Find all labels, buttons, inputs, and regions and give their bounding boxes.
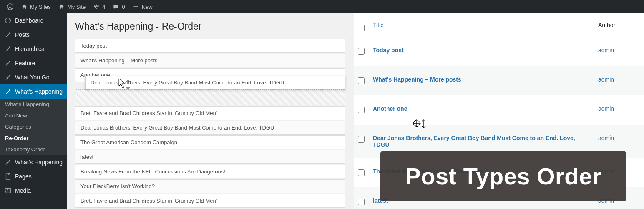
list-item-title: latest (80, 154, 93, 160)
sortable-list[interactable]: Today post What's Happening – More posts… (75, 39, 345, 208)
post-author-link[interactable]: admin (598, 135, 614, 141)
sidebar-item-label: Categories (5, 124, 31, 130)
post-title-link[interactable]: Dear Jonas Brothers, Every Great Boy Ban… (373, 135, 575, 148)
sidebar-item-dashboard[interactable]: Dashboard (0, 13, 67, 28)
comment-icon (113, 3, 119, 10)
sidebar-item-label: Feature (15, 60, 35, 66)
house-icon (58, 3, 65, 10)
sidebar-item-label: What's Happening (15, 88, 63, 95)
sidebar-item-label: Pages (15, 173, 32, 180)
pin-icon (4, 74, 12, 81)
sidebar-item-media[interactable]: Media (0, 184, 67, 198)
list-item-title: The Great American Condom Campaign (80, 139, 177, 145)
my-site-link[interactable]: My Site (55, 0, 89, 13)
house-icon (21, 3, 28, 10)
pin-icon (4, 88, 12, 95)
sidebar-item-label: What's Happening (15, 159, 63, 166)
page-title: What's Happening - Re-Order (75, 21, 345, 32)
sidebar-item-whatshappening[interactable]: What's Happening (0, 84, 67, 99)
sidebar-submenu: What's Happening Add New Categories Re-O… (0, 99, 67, 155)
sidebar-item-whatyougot[interactable]: What You Got (0, 70, 67, 84)
post-title-link[interactable]: Today post (373, 47, 404, 54)
row-checkbox[interactable] (358, 136, 365, 143)
list-item-title: Brett Favre and Brad Childress Star in '… (80, 198, 217, 204)
list-item[interactable]: Brett Favre and Brad Childress Star in '… (75, 106, 345, 120)
list-item[interactable]: Dear Jonas Brothers, Every Great Boy Ban… (75, 121, 345, 135)
post-title-link[interactable]: What's Happening – More posts (373, 76, 461, 83)
sidebar-item-label: Posts (15, 31, 30, 38)
pin-icon (4, 158, 12, 166)
banner-overlay: Post Types Order (380, 151, 626, 201)
sidebar-item-label: Add New (5, 112, 27, 119)
list-item-title: Your BlackBerry Isn't Working? (80, 183, 155, 189)
row-checkbox[interactable] (358, 77, 365, 84)
list-item-dragging[interactable]: Dear Jonas Brothers, Every Great Boy Ban… (85, 76, 345, 89)
select-all-checkbox[interactable] (358, 25, 365, 31)
list-item[interactable]: latest (75, 150, 345, 164)
column-label: Author (598, 22, 615, 28)
list-placeholder (75, 89, 345, 105)
table-row[interactable]: Another oneadmin (354, 95, 644, 125)
dashboard-icon (4, 17, 12, 24)
list-item-title: Brett Favre and Brad Childress Star in '… (80, 110, 217, 116)
sidebar-sub-taxonomyorder[interactable]: Taxonomy Order (0, 144, 67, 155)
my-site-label: My Site (68, 4, 86, 10)
sidebar-item-label: Dashboard (15, 17, 44, 24)
pin-icon (4, 45, 12, 53)
column-author-header[interactable]: Author (594, 13, 644, 37)
list-item[interactable]: The Great American Condom Campaign (75, 135, 345, 149)
comments-count: 0 (122, 4, 125, 10)
sidebar-item-pages[interactable]: Pages (0, 169, 67, 184)
new-link[interactable]: New (129, 0, 156, 13)
sidebar-sub-categories[interactable]: Categories (0, 121, 67, 133)
sidebar-item-label: What's Happening (5, 101, 49, 107)
row-checkbox[interactable] (358, 199, 365, 205)
my-sites-label: My Sites (30, 4, 51, 10)
column-label: Title (373, 22, 384, 28)
refresh-icon (93, 3, 100, 10)
list-item-title: Dear Jonas Brothers, Every Great Boy Ban… (91, 79, 284, 86)
sidebar-item-whatshappening-2[interactable]: What's Happening (0, 155, 67, 169)
comments-link[interactable]: 0 (109, 0, 128, 13)
updates-link[interactable]: 4 (90, 0, 108, 13)
list-item-title: Today post (80, 43, 107, 49)
sidebar-sub-reorder[interactable]: Re-Order (0, 133, 67, 144)
list-item-title: What's Happening – More posts (80, 57, 158, 64)
column-title-header[interactable]: Title (369, 13, 594, 37)
list-item[interactable]: Your BlackBerry Isn't Working? (75, 179, 345, 193)
list-item-title: Breaking News From the NFL: Concussions … (80, 168, 225, 175)
sidebar-item-hierarchical[interactable]: Hierarchical (0, 42, 67, 56)
post-author-link[interactable]: admin (598, 105, 614, 112)
post-author-link[interactable]: admin (598, 76, 614, 83)
sidebar-sub-addnew[interactable]: Add New (0, 110, 67, 121)
reorder-panel: What's Happening - Re-Order Today post W… (67, 13, 354, 209)
post-author-link[interactable]: admin (598, 47, 614, 54)
page-icon (4, 173, 12, 180)
sidebar-item-label: Hierarchical (15, 46, 46, 52)
sidebar-sub-whatshappening[interactable]: What's Happening (0, 99, 67, 110)
list-item[interactable]: What's Happening – More posts (75, 54, 345, 67)
my-sites-link[interactable]: My Sites (18, 0, 54, 13)
sidebar-item-label: Taxonomy Order (5, 146, 45, 153)
post-title-link[interactable]: Another one (373, 105, 407, 112)
list-item[interactable]: Breaking News From the NFL: Concussions … (75, 165, 345, 178)
list-item[interactable]: Today post (75, 39, 345, 53)
pin-icon (4, 31, 12, 38)
pin-icon (4, 59, 12, 67)
sidebar-item-label: What You Got (15, 74, 51, 81)
wp-logo[interactable] (3, 0, 17, 13)
sidebar-item-posts[interactable]: Posts (0, 28, 67, 42)
table-row[interactable]: Today postadmin (354, 37, 644, 66)
admin-sidebar: Dashboard Posts Hierarchical Feature Wha… (0, 13, 67, 209)
sidebar-item-label: Media (15, 187, 31, 194)
row-checkbox[interactable] (358, 107, 365, 113)
list-item[interactable]: Brett Favre and Brad Childress Star in '… (75, 194, 345, 208)
table-row[interactable]: What's Happening – More postsadmin (354, 66, 644, 95)
updates-count: 4 (102, 4, 105, 10)
row-checkbox[interactable] (358, 169, 365, 176)
banner-text: Post Types Order (405, 163, 601, 189)
admin-bar: My Sites My Site 4 0 New (0, 0, 644, 13)
sidebar-item-feature[interactable]: Feature (0, 56, 67, 70)
media-icon (4, 187, 12, 194)
row-checkbox[interactable] (358, 48, 365, 55)
